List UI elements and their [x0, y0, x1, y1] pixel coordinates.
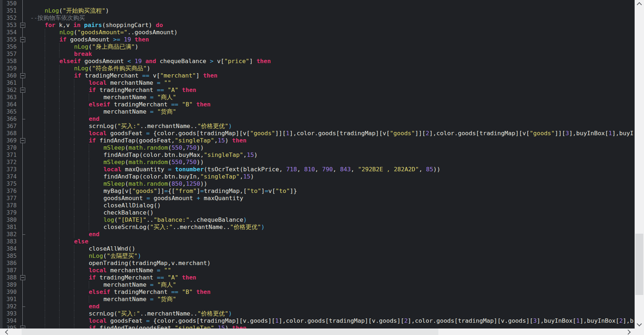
code-line[interactable]: 392end — [0, 303, 635, 310]
code-editor-viewport[interactable]: 350351nLog("开始购买流程")352--按购物车依次购买353for … — [0, 0, 635, 329]
scroll-down-icon[interactable] — [637, 321, 642, 326]
code-line[interactable]: 365merchantName = "货商" — [0, 108, 635, 115]
code-line[interactable]: 383else — [0, 238, 635, 245]
fold-toggle-icon[interactable] — [20, 73, 25, 78]
fold-column — [17, 101, 28, 108]
code-line[interactable]: 371findAndTap(color.btn.buyMax,"singleTa… — [0, 151, 635, 159]
code-line[interactable]: 355if goodsAmount >= 19 then — [0, 36, 635, 43]
code-text: merchantName = "货商" — [28, 108, 176, 115]
scroll-up-icon[interactable] — [637, 2, 642, 7]
code-line[interactable]: 360if tradingMerchant == v["merchant"] t… — [0, 72, 635, 79]
fold-column — [17, 216, 28, 224]
code-line[interactable]: 377goodsAmount = goodsAmount + maxQuanti… — [0, 195, 635, 202]
code-line[interactable]: 352--按购物车依次购买 — [0, 14, 635, 22]
fold-toggle-icon[interactable] — [20, 138, 25, 143]
fold-column — [17, 317, 28, 325]
code-line[interactable]: 350 — [0, 0, 635, 7]
fold-column — [17, 245, 28, 252]
code-line[interactable]: 381closeScrnLog("买入:"..merchantName.."价格… — [0, 224, 635, 231]
code-line[interactable]: 386openTrading(tradingMap,v.merchant) — [0, 260, 635, 267]
code-text: for k,v in pairs(shoppingCart) do — [28, 22, 163, 29]
code-line[interactable]: 357break — [0, 50, 635, 58]
code-line[interactable]: 362if tradingMerchant == "A" then — [0, 87, 635, 94]
fold-toggle-icon[interactable] — [20, 37, 25, 42]
horizontal-scrollbar-thumb[interactable] — [22, 329, 438, 335]
fold-toggle-icon[interactable] — [20, 326, 25, 329]
fold-column — [17, 22, 28, 29]
code-line[interactable]: 364elseif tradingMerchant == "B" then — [0, 101, 635, 108]
code-text: local goodsFeat = {color.goods[tradingMa… — [28, 130, 634, 137]
fold-toggle-icon[interactable] — [20, 88, 25, 93]
code-text: elseif tradingMerchant == "B" then — [28, 288, 211, 296]
fold-column — [17, 238, 28, 245]
code-line[interactable]: 363merchantName = "商人" — [0, 94, 635, 101]
fold-column — [17, 267, 28, 274]
fold-column — [17, 202, 28, 209]
fold-end-tick — [23, 307, 25, 307]
fold-column — [17, 79, 28, 87]
code-line[interactable]: 393scrnLog("买入:"..merchantName.."价格更优") — [0, 310, 635, 317]
code-line[interactable]: 367scrnLog("买入:"..merchantName.."价格更优") — [0, 123, 635, 130]
fold-toggle-icon[interactable] — [20, 275, 25, 280]
code-line[interactable]: 385nLog("去隔壁买") — [0, 252, 635, 260]
code-line[interactable]: 388if tradingMerchant == "A" then — [0, 274, 635, 281]
code-text: break — [28, 50, 92, 58]
vertical-scrollbar[interactable] — [635, 0, 644, 329]
fold-column — [17, 209, 28, 216]
fold-column — [17, 108, 28, 115]
code-text: local goodsFeat = {color.goods[tradingMa… — [28, 317, 634, 325]
code-line[interactable]: 378closeAllDialog() — [0, 202, 635, 209]
code-line[interactable]: 389merchantName = "商人" — [0, 281, 635, 288]
code-text: end — [28, 115, 100, 123]
code-text: nLog("身上商品已满") — [28, 43, 139, 50]
code-line[interactable]: 382end — [0, 231, 635, 238]
code-text: goodsAmount = goodsAmount + maxQuantity — [28, 195, 243, 202]
code-line[interactable]: 373local maxQuantity = tonumber(tsOcrTex… — [0, 166, 635, 173]
scroll-right-icon[interactable] — [626, 330, 631, 335]
code-text: scrnLog("买入:"..merchantName.."价格更优") — [28, 310, 232, 317]
vertical-scrollbar-thumb[interactable] — [635, 234, 643, 295]
code-line[interactable]: 369if findAndTap(goodsFeat,"singleTap",1… — [0, 137, 635, 144]
code-line[interactable]: 359nLog("符合条件购买商品") — [0, 65, 635, 72]
code-line[interactable]: 394local goodsFeat = {color.goods[tradin… — [0, 317, 635, 325]
horizontal-scrollbar[interactable] — [0, 329, 635, 335]
fold-column — [17, 173, 28, 180]
code-line[interactable]: 358elseif goodsAmount < 19 and chequeBal… — [0, 58, 635, 65]
code-line[interactable]: 380log("[DATE]".."balance:"..chequeBalan… — [0, 216, 635, 224]
code-line[interactable]: 356nLog("身上商品已满") — [0, 43, 635, 50]
code-text: merchantName = "商人" — [28, 94, 176, 101]
script-editor: { "app": {"type": "lua-script-code-edito… — [0, 0, 644, 335]
code-line[interactable]: 375mSleep(math.random(850,1250)) — [0, 180, 635, 188]
code-line[interactable]: 390elseif tradingMerchant == "B" then — [0, 288, 635, 296]
fold-column — [17, 180, 28, 188]
code-line[interactable]: 366end — [0, 115, 635, 123]
code-line[interactable]: 372mSleep(math.random(550,750)) — [0, 159, 635, 166]
fold-column — [17, 231, 28, 238]
code-line[interactable]: 368local goodsFeat = {color.goods[tradin… — [0, 130, 635, 137]
code-text: if goodsAmount >= 19 then — [28, 36, 149, 43]
code-line[interactable]: 370mSleep(math.random(550,750)) — [0, 144, 635, 151]
code-text: mSleep(math.random(850,1250)) — [28, 180, 207, 188]
code-line[interactable]: 387local merchantName = "" — [0, 267, 635, 274]
code-line[interactable]: 351nLog("开始购买流程") — [0, 7, 635, 14]
code-line[interactable]: 391merchantName = "货商" — [0, 296, 635, 303]
fold-column — [17, 94, 28, 101]
code-text: mSleep(math.random(550,750)) — [28, 144, 204, 151]
code-line[interactable]: 376myBag[v["goods"]]={["from"]=tradingMa… — [0, 188, 635, 195]
code-line[interactable]: 384closeAllWnd() — [0, 245, 635, 252]
fold-column — [17, 325, 28, 329]
code-line[interactable]: 379checkBalance() — [0, 209, 635, 216]
code-line[interactable]: 354nLog("goodsAmount="..goodsAmount) — [0, 29, 635, 36]
code-line[interactable]: 353for k,v in pairs(shoppingCart) do — [0, 22, 635, 29]
code-lines: 350351nLog("开始购买流程")352--按购物车依次购买353for … — [0, 0, 635, 329]
code-text: local maxQuantity = tonumber(tsOcrText(b… — [28, 166, 441, 173]
code-line[interactable]: 374findAndTap(color.btn.buyIn,"singleTap… — [0, 173, 635, 180]
editor-margin-strip — [0, 0, 3, 329]
code-line[interactable]: 361local merchantName = "" — [0, 79, 635, 87]
code-text: openTrading(tradingMap,v.merchant) — [28, 260, 211, 267]
code-text: else — [28, 238, 88, 245]
code-text: elseif goodsAmount < 19 and chequeBalanc… — [28, 58, 271, 65]
scroll-left-icon[interactable] — [5, 330, 10, 335]
code-line[interactable]: 395if findAndTap(goodsFeat,"singleTap",1… — [0, 325, 635, 329]
fold-toggle-icon[interactable] — [20, 23, 25, 28]
